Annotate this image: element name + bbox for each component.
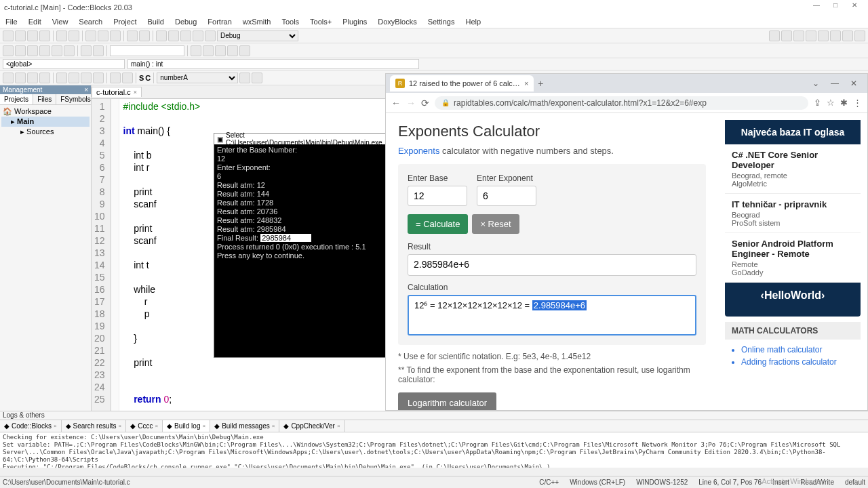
continue-icon[interactable]	[842, 30, 853, 41]
minimize-button[interactable]: ―	[807, 1, 826, 14]
debug-expr-input[interactable]	[110, 45, 184, 56]
log-tab-searchresults[interactable]: ◆Search results×	[62, 420, 127, 432]
code-content[interactable]: #include <stdio.h>int main() { int b int…	[119, 99, 205, 411]
memdump-icon[interactable]	[227, 45, 238, 56]
box7-icon[interactable]	[81, 73, 92, 83]
calculate-button[interactable]: = Calculate	[408, 214, 468, 234]
ad-job[interactable]: Senior Android Platform Engineer - Remot…	[725, 233, 861, 283]
save-all-icon[interactable]	[39, 30, 50, 41]
open-file-icon[interactable]	[15, 30, 26, 41]
watch-icon[interactable]	[191, 45, 201, 56]
new-file-icon[interactable]	[3, 30, 14, 41]
forward-button[interactable]: →	[406, 98, 416, 108]
browser-tab-active[interactable]: R 12 raised to the power of 6 calc… ×	[390, 75, 534, 92]
log-tab-buildlog[interactable]: ◆Build log×	[163, 420, 210, 432]
menu-view[interactable]: View	[47, 16, 74, 27]
zoom-in-icon[interactable]	[110, 73, 121, 83]
box8-icon[interactable]	[93, 73, 104, 83]
step-into-icon[interactable]	[818, 30, 829, 41]
step-out2-icon[interactable]	[52, 45, 62, 56]
build-run-icon[interactable]	[180, 30, 191, 41]
run-to-cursor-icon[interactable]	[15, 45, 26, 56]
exponents-link[interactable]: Exponents	[398, 146, 439, 156]
menu-project[interactable]: Project	[108, 16, 142, 27]
menu-doxyblocks[interactable]: DoxyBlocks	[372, 16, 422, 27]
breakpoint-icon[interactable]	[854, 30, 865, 41]
console-body[interactable]: Enter the Base Number:12Enter Exponent:6…	[214, 144, 386, 262]
debug-icon[interactable]	[3, 45, 14, 56]
mgmt-tab-fsymbols[interactable]: FSymbols	[56, 94, 95, 104]
box6-icon[interactable]	[68, 73, 79, 83]
step-out-icon[interactable]	[830, 30, 841, 41]
undo-icon[interactable]	[56, 30, 67, 41]
paste-icon[interactable]	[110, 30, 121, 41]
debug-pause-icon[interactable]	[781, 30, 792, 41]
scope-global-select[interactable]: <global>	[3, 59, 125, 69]
menu-tools+[interactable]: Tools+	[304, 16, 337, 27]
mgmt-tab-projects[interactable]: Projects	[0, 94, 33, 104]
debug-stop-icon[interactable]	[793, 30, 804, 41]
callstack-icon[interactable]	[203, 45, 214, 56]
next-line-icon[interactable]	[27, 45, 38, 56]
step-in-icon[interactable]	[39, 45, 50, 56]
file-tab-c-tutorial[interactable]: c-tutorial.c ×	[92, 87, 142, 97]
math-calc-link[interactable]: Adding fractions calculator	[741, 356, 861, 368]
replace-icon[interactable]	[139, 30, 150, 41]
browser-dropdown-icon[interactable]: ⌄	[806, 79, 825, 88]
new-tab-button[interactable]: +	[538, 78, 543, 89]
maximize-button[interactable]: □	[826, 1, 845, 14]
browser-close-button[interactable]: ✕	[844, 79, 863, 88]
log-tab-codeblocks[interactable]: ◆Code::Blocks×	[0, 420, 62, 432]
cpu-icon[interactable]	[239, 45, 250, 56]
ad-block[interactable]: Najveća baza IT oglasa C# .NET Core Seni…	[725, 120, 861, 317]
build-icon[interactable]	[156, 30, 167, 41]
debug-start-icon[interactable]	[769, 30, 780, 41]
reload-button[interactable]: ⟳	[421, 98, 429, 108]
save-icon[interactable]	[27, 30, 38, 41]
input-base[interactable]	[408, 186, 467, 206]
abort-icon[interactable]	[205, 30, 216, 41]
log-body[interactable]: Checking for existence: C:\Users\user\Do…	[0, 432, 868, 468]
ad-job[interactable]: C# .NET Core Senior DeveloperBeograd, re…	[725, 144, 861, 194]
run-icon[interactable]	[168, 30, 179, 41]
menu-search[interactable]: Search	[73, 16, 108, 27]
menu-icon[interactable]: ⋮	[853, 98, 862, 108]
menu-fortran[interactable]: Fortran	[202, 16, 237, 27]
calculation-output[interactable]: 12⁶ = 12×12×12×12×12×12 = 2.985984e+6	[408, 295, 696, 336]
mgmt-tab-files[interactable]: Files	[33, 94, 56, 104]
menu-wxsmith[interactable]: wxSmith	[237, 16, 277, 27]
browser-minimize-button[interactable]: ―	[825, 79, 844, 88]
box1-icon[interactable]	[3, 73, 14, 83]
box2-icon[interactable]	[15, 73, 26, 83]
box5-icon[interactable]	[56, 73, 67, 83]
math-calc-link[interactable]: Online math calculator	[741, 344, 861, 356]
menu-tools[interactable]: Tools	[276, 16, 304, 27]
redo-icon[interactable]	[68, 30, 79, 41]
threads-icon[interactable]	[215, 45, 226, 56]
ad-job[interactable]: IT tehničar - pripravnikBeogradProSoft s…	[725, 194, 861, 233]
close-button[interactable]: ✕	[845, 1, 864, 14]
zoom-out-icon[interactable]	[122, 73, 133, 83]
management-close-icon[interactable]: ×	[84, 86, 88, 94]
box4-icon[interactable]	[39, 73, 50, 83]
star-icon[interactable]: ☆	[827, 98, 835, 108]
next-instr-icon[interactable]	[64, 45, 75, 56]
extensions-icon[interactable]: ✱	[840, 98, 848, 108]
input-exponent[interactable]	[477, 186, 536, 206]
log-tab-cccc[interactable]: ◆Cccc×	[126, 420, 163, 432]
logarithm-calculator-button[interactable]: Logarithm calculator	[398, 392, 496, 410]
break-icon[interactable]	[81, 45, 92, 56]
find-icon[interactable]	[127, 30, 138, 41]
console-window[interactable]: ▣ Select C:\Users\user\Documents\Main\bi…	[214, 133, 387, 358]
share-icon[interactable]: ⇪	[814, 98, 821, 108]
menu-debug[interactable]: Debug	[170, 16, 202, 27]
menu-plugins[interactable]: Plugins	[337, 16, 372, 27]
log-tab-buildmessages[interactable]: ◆Build messages×	[210, 420, 279, 432]
symbol-go-icon[interactable]	[239, 73, 250, 83]
step-over-icon[interactable]	[806, 30, 816, 41]
menu-help[interactable]: Help	[460, 16, 486, 27]
back-button[interactable]: ←	[391, 98, 401, 108]
symbol-select[interactable]: numberA	[157, 73, 238, 83]
copy-icon[interactable]	[98, 30, 108, 41]
url-input[interactable]: 🔒 rapidtables.com/calc/math/exponent-cal…	[435, 96, 808, 110]
